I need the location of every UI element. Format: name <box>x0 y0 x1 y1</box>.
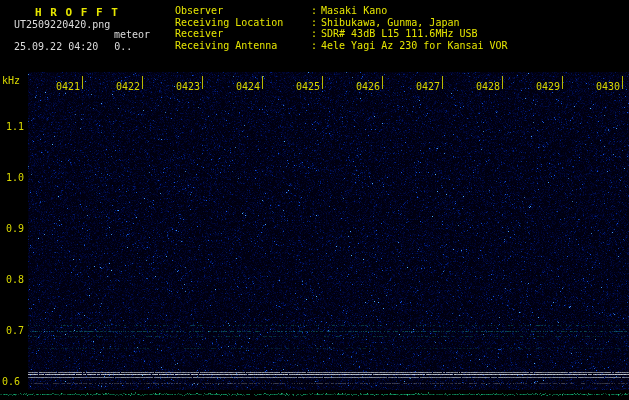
info-label: Receiving Location <box>175 17 311 29</box>
colon-separator: : <box>311 40 321 52</box>
freq-tick-label: 1.1 <box>6 121 24 132</box>
info-value: Shibukawa, Gunma, Japan <box>321 17 459 28</box>
info-row-observer: Observer:Masaki Kano <box>175 5 508 17</box>
header: H R O F F T UT2509220420.png meteor 25.0… <box>0 0 629 72</box>
date-time: 25.09.22 04:200.. <box>14 41 132 52</box>
colon-separator: : <box>311 5 321 17</box>
observation-mode-label: meteor <box>114 29 150 40</box>
app-title: H R O F F T <box>35 6 119 19</box>
capture-filename: UT2509220420.png <box>14 19 110 30</box>
freq-tick-label: 0.6 <box>2 376 20 387</box>
info-value: 4ele Yagi Az 230 for Kansai VOR <box>321 40 508 51</box>
station-info: Observer:Masaki Kano Receiving Location:… <box>175 5 508 51</box>
freq-tick-label: 0.7 <box>6 325 24 336</box>
colon-separator: : <box>311 28 321 40</box>
freq-tick-label: 1.0 <box>6 172 24 183</box>
info-value: SDR# 43dB L15 111.6MHz USB <box>321 28 478 39</box>
info-label: Receiving Antenna <box>175 40 311 52</box>
freq-tick-label: 0.9 <box>6 223 24 234</box>
info-row-antenna: Receiving Antenna:4ele Yagi Az 230 for K… <box>175 40 508 52</box>
timestamp-text: 25.09.22 04:20 <box>14 41 98 52</box>
hrofft-screen: 0421 0422 0423 0424 0425 0426 0427 0428 … <box>0 0 629 400</box>
freq-tick-label: 0.8 <box>6 274 24 285</box>
info-row-receiver: Receiver:SDR# 43dB L15 111.6MHz USB <box>175 28 508 40</box>
colon-separator: : <box>311 17 321 29</box>
counter-text: 0.. <box>114 41 132 52</box>
freq-axis-unit: kHz <box>2 75 20 86</box>
info-row-location: Receiving Location:Shibukawa, Gunma, Jap… <box>175 17 508 29</box>
info-value: Masaki Kano <box>321 5 387 16</box>
info-label: Receiver <box>175 28 311 40</box>
info-label: Observer <box>175 5 311 17</box>
